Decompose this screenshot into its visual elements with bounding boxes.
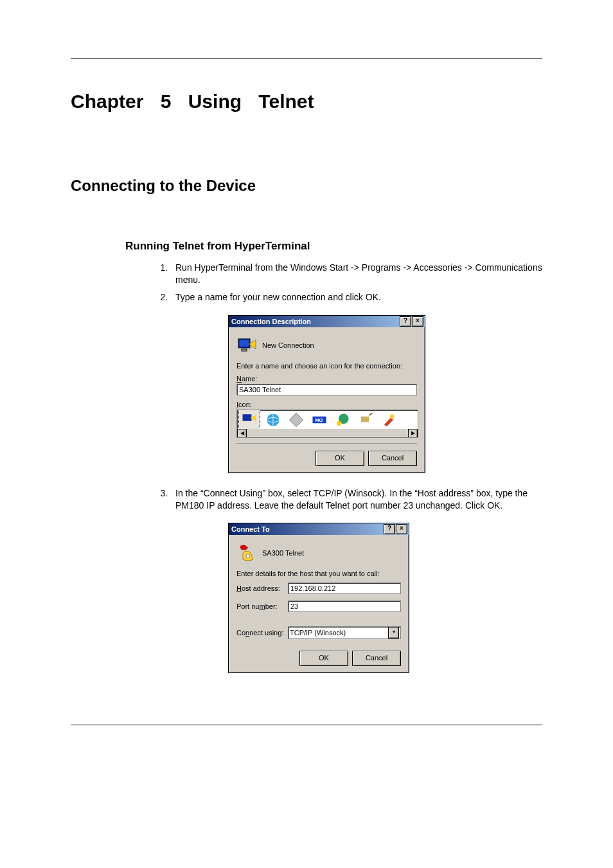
svg-rect-9 bbox=[361, 417, 369, 422]
svg-rect-3 bbox=[243, 414, 252, 421]
dialog1-heading: New Connection bbox=[262, 341, 314, 349]
chapter-title: Chapter 5 Using Telnet bbox=[71, 91, 542, 113]
step-1: Run HyperTerminal from the Windows Start… bbox=[170, 262, 542, 286]
icon-option-satellite[interactable] bbox=[355, 410, 376, 430]
svg-rect-2 bbox=[242, 349, 247, 351]
connect-using-label: Connect using: bbox=[236, 629, 288, 637]
cancel-button[interactable]: Cancel bbox=[352, 651, 401, 666]
dialog2-prompt: Enter details for the host that you want… bbox=[236, 570, 401, 577]
svg-point-10 bbox=[390, 414, 395, 419]
dialog2-heading: SA300 Telnet bbox=[262, 549, 304, 557]
help-button[interactable]: ? bbox=[400, 316, 411, 327]
icon-option-phone-globe[interactable] bbox=[332, 410, 353, 430]
connect-using-value: TCP/IP (Winsock) bbox=[290, 629, 346, 637]
chevron-down-icon[interactable]: ▾ bbox=[388, 627, 399, 638]
subsection-title: Running Telnet from HyperTerminal bbox=[125, 240, 542, 253]
cancel-button[interactable]: Cancel bbox=[368, 451, 417, 466]
host-address-label: Host address: bbox=[236, 584, 288, 592]
icon-option-tools[interactable] bbox=[378, 410, 399, 430]
dialog1-title: Connection Description bbox=[231, 318, 311, 325]
close-button[interactable]: × bbox=[396, 524, 407, 534]
icon-option-diamond[interactable] bbox=[286, 410, 306, 430]
hyperterminal-icon bbox=[236, 335, 257, 356]
step-2: Type a name for your new connection and … bbox=[170, 291, 542, 303]
separator bbox=[236, 443, 417, 444]
connect-to-dialog: Connect To ? × SA300 Telnet bbox=[228, 523, 409, 673]
scroll-left-button[interactable]: ◀ bbox=[237, 429, 247, 438]
svg-text:MCI: MCI bbox=[315, 418, 324, 422]
icon-label: Icon: bbox=[236, 401, 417, 408]
bottom-rule bbox=[71, 725, 542, 725]
dialog2-title: Connect To bbox=[231, 525, 270, 533]
top-rule bbox=[71, 58, 542, 59]
section-title: Connecting to the Device bbox=[71, 177, 542, 195]
host-address-input[interactable] bbox=[288, 583, 401, 594]
close-button[interactable]: × bbox=[412, 316, 423, 327]
ok-button[interactable]: OK bbox=[315, 451, 364, 466]
scroll-right-button[interactable]: ▶ bbox=[408, 429, 418, 438]
name-label: Name: bbox=[236, 375, 417, 383]
connection-description-dialog: Connection Description ? × bbox=[228, 315, 425, 473]
name-input[interactable] bbox=[236, 384, 417, 395]
svg-point-11 bbox=[246, 554, 250, 558]
step-3: In the “Connect Using” box, select TCP/I… bbox=[170, 487, 542, 512]
icon-option-mci[interactable]: MCI bbox=[309, 410, 330, 430]
phone-icon bbox=[236, 543, 257, 563]
ok-button[interactable]: OK bbox=[299, 651, 348, 666]
dialog1-prompt: Enter a name and choose an icon for the … bbox=[236, 362, 417, 370]
icon-option-ht[interactable] bbox=[238, 410, 260, 431]
connect-using-select[interactable]: TCP/IP (Winsock) ▾ bbox=[288, 626, 401, 639]
svg-rect-1 bbox=[240, 340, 249, 347]
icon-option-globe[interactable] bbox=[263, 410, 283, 430]
port-number-label: Port number: bbox=[236, 602, 288, 610]
help-button[interactable]: ? bbox=[384, 524, 395, 534]
icon-picker[interactable]: MCI ◀ ▶ bbox=[236, 410, 418, 438]
port-number-input[interactable] bbox=[288, 601, 401, 612]
